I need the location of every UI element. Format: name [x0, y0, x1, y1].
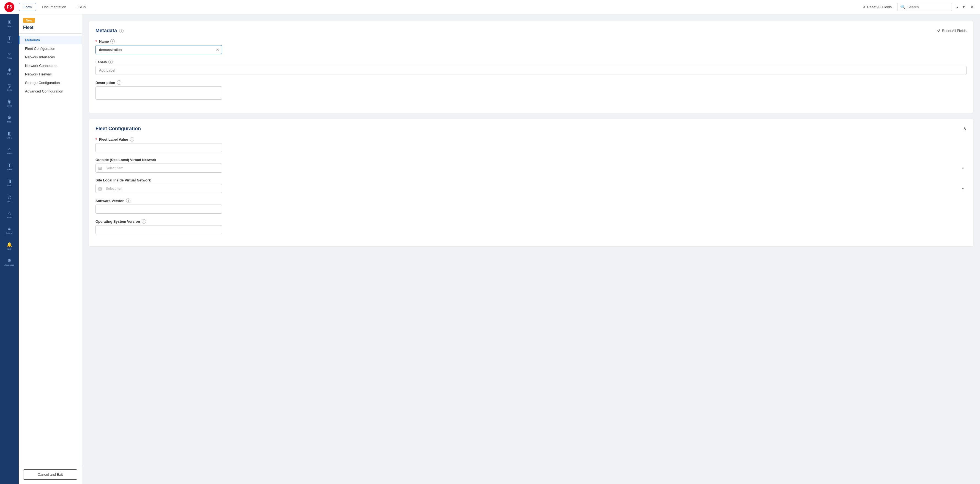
panel-footer: Cancel and Exit [19, 465, 82, 484]
description-input[interactable] [95, 86, 222, 100]
os-version-label: Operating System Version i [95, 219, 967, 224]
site-local-inside-virtual-network-group: Site Local Inside Virtual Network ▦ Sele… [95, 178, 967, 193]
sidebar-logs[interactable]: ≡ Log M [0, 225, 19, 236]
nav-item-advanced-configuration[interactable]: Advanced Configuration [19, 87, 82, 96]
fleet-label-info-icon[interactable]: i [130, 137, 134, 142]
name-clear-button[interactable]: ✕ [216, 47, 219, 52]
nav-list: Metadata Fleet Configuration Network Int… [19, 34, 82, 98]
overview-icon: ◫ [8, 35, 11, 40]
secrets-icon: ◎ [8, 194, 11, 200]
sidebar-advanced[interactable]: ⚙ Advanced [0, 256, 19, 268]
os-version-group: Operating System Version i [95, 219, 967, 234]
new-badge: New [23, 18, 35, 23]
network-icon: ○ [8, 51, 11, 56]
sidebar-perf[interactable]: ◈ Perf [0, 65, 19, 77]
sites-icon: ◉ [8, 99, 11, 104]
sidebar-network[interactable]: ○ Netw [0, 50, 19, 61]
fleet-label-value-label: * Fleet Label Value i [95, 137, 967, 142]
site-local-inside-select[interactable]: Select item [95, 184, 222, 193]
nav-down-arrow[interactable]: ▼ [961, 5, 967, 10]
labels-info-icon[interactable]: i [108, 60, 113, 64]
metadata-section-header: Metadata i ↺ Reset All Fields [95, 28, 967, 34]
collapse-button[interactable]: ∧ [963, 126, 967, 132]
logs-icon: ≡ [8, 226, 10, 231]
sidebar-alerts[interactable]: △ Alert [0, 209, 19, 220]
reset-all-fields-button[interactable]: ↺ Reset All Fields [859, 3, 895, 11]
sidebar-security[interactable]: ◎ Secu [0, 81, 19, 93]
sidebar-sitel[interactable]: ◧ Site L [0, 129, 19, 141]
tab-form[interactable]: Form [19, 3, 36, 11]
chevron-down-icon-outside: ▾ [962, 166, 964, 170]
top-bar: F5 Form Documentation JSON ↺ Reset All F… [0, 0, 980, 14]
software-version-group: Software Version i [95, 198, 967, 214]
sidebar-firewall[interactable]: ◫ Firew [0, 161, 19, 173]
site-local-inside-label: Site Local Inside Virtual Network [95, 178, 967, 182]
sidebar-overview[interactable]: ◫ Over [0, 34, 19, 45]
sidebar-notifications[interactable]: 🔔 Noti [0, 240, 19, 252]
select-icon-inside: ▦ [98, 186, 102, 191]
nav-item-fleet-configuration[interactable]: Fleet Configuration [19, 44, 82, 53]
sidebar-sites[interactable]: ◉ Sites [0, 97, 19, 109]
reset-icon: ↺ [862, 5, 865, 9]
manage-icon: ⚙ [8, 115, 11, 120]
site-local-inside-wrapper: ▦ Select item ▾ [95, 184, 967, 193]
f5-logo: F5 [5, 2, 14, 12]
name-input-wrapper: ✕ [95, 45, 222, 54]
sidebar-manage[interactable]: ⚙ Man [0, 113, 19, 125]
outside-virtual-network-select[interactable]: Select item [95, 163, 222, 173]
grid-icon: ⊞ [8, 19, 11, 24]
description-field-group: Description i [95, 80, 967, 101]
software-version-label: Software Version i [95, 198, 967, 203]
metadata-reset-button[interactable]: ↺ Reset All Fields [937, 29, 967, 33]
nav-up-arrow[interactable]: ▲ [955, 5, 960, 10]
outside-virtual-network-label: Outside (Site Local) Virtual Network [95, 158, 967, 162]
sidebar-select[interactable]: ⊞ Sele [0, 18, 19, 29]
labels-field-group: Labels i [95, 60, 967, 75]
tab-documentation[interactable]: Documentation [37, 3, 71, 11]
sidebar-nfv[interactable]: ◨ NFV [0, 177, 19, 188]
reset-icon-metadata: ↺ [937, 29, 940, 33]
select-icon-outside: ▦ [98, 166, 102, 171]
search-input[interactable] [907, 5, 949, 9]
outside-virtual-network-wrapper: ▦ Select item ▾ [95, 163, 967, 173]
panel-header: New Fleet [19, 14, 82, 34]
labels-label: Labels i [95, 60, 967, 64]
nav-item-metadata[interactable]: Metadata [19, 36, 82, 44]
name-info-icon[interactable]: i [110, 39, 115, 43]
nav-arrows: ▲ ▼ [955, 5, 967, 10]
description-info-icon[interactable]: i [117, 80, 121, 85]
nfv-icon: ◨ [8, 178, 11, 184]
tab-json[interactable]: JSON [72, 3, 91, 11]
alerts-icon: △ [8, 210, 11, 216]
left-sidebar: ⊞ Sele ◫ Over ○ Netw ◈ Perf ◎ Secu ◉ Sit… [0, 14, 19, 484]
netw2-icon: ○ [8, 147, 11, 152]
nav-item-storage-configuration[interactable]: Storage Configuration [19, 78, 82, 87]
metadata-section: Metadata i ↺ Reset All Fields * Name i ✕ [89, 21, 974, 113]
software-version-input[interactable] [95, 204, 222, 214]
nav-item-network-connectors[interactable]: Network Connectors [19, 61, 82, 70]
metadata-info-icon[interactable]: i [119, 29, 124, 33]
close-button[interactable]: ✕ [969, 4, 975, 10]
fleet-label-value-group: * Fleet Label Value i [95, 137, 967, 152]
name-input[interactable] [95, 45, 222, 54]
bell-icon: 🔔 [6, 242, 12, 247]
name-field-group: * Name i ✕ [95, 39, 967, 54]
fleet-label-value-input[interactable] [95, 143, 222, 152]
fleet-configuration-section: Fleet Configuration ∧ * Fleet Label Valu… [89, 119, 974, 247]
panel-title: Fleet [23, 25, 77, 30]
os-version-info-icon[interactable]: i [142, 219, 146, 224]
os-version-input[interactable] [95, 225, 222, 234]
sidebar-secrets[interactable]: ◎ Secr [0, 193, 19, 204]
sidebar-netw2[interactable]: ○ Netw [0, 145, 19, 157]
cancel-exit-button[interactable]: Cancel and Exit [23, 470, 77, 479]
security-icon: ◎ [8, 83, 11, 88]
name-label: * Name i [95, 39, 967, 43]
software-version-info-icon[interactable]: i [126, 198, 130, 203]
labels-input[interactable] [95, 66, 967, 75]
nav-item-network-firewall[interactable]: Network Firewall [19, 70, 82, 78]
nav-item-network-interfaces[interactable]: Network Interfaces [19, 53, 82, 61]
fleet-config-section-header: Fleet Configuration ∧ [95, 126, 967, 132]
search-box: 🔍 [897, 3, 952, 11]
description-label: Description i [95, 80, 967, 85]
search-icon: 🔍 [900, 5, 906, 10]
